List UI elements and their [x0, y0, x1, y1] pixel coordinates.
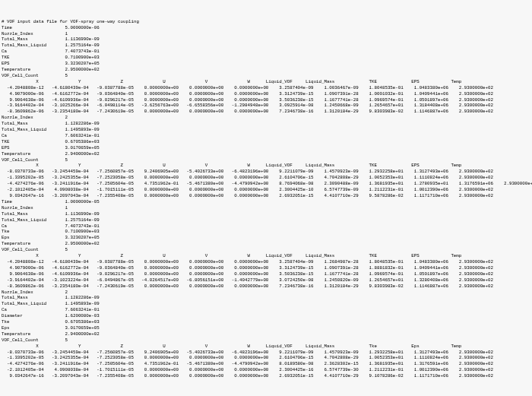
text-line: Ca 7.6063241e-01 — [2, 307, 530, 313]
text-line: -8.0370733e-06 -3.2454459e-04 -7.2560857… — [2, 350, 530, 356]
text-line: Total_Mass_Liquid 1.1495893e-09 — [2, 301, 530, 307]
text-line: X Y Z U V W Liquid_VOF Liquid_Mass TKE E… — [2, 163, 530, 169]
text-line: -1.3395202e-05 -3.2425355e-04 -7.2523058… — [2, 355, 530, 361]
text-line: -8.3609862e-06 -3.2354180e-04 -7.2430619… — [2, 284, 530, 290]
text-line: Total_Mass_Liquid 1.1495893e-09 — [2, 127, 530, 133]
text-line: Total_Mass_Liquid 1.2575164e-09 — [2, 43, 530, 49]
text-line: Tke 0.6705386e+03 — [2, 319, 530, 325]
text-line: -4.2048808e-12 -4.6180439e-04 -9.0387788… — [2, 259, 530, 265]
text-line: Ca 7.4073743e-01 — [2, 49, 530, 55]
text-line: -4.2048808e-12 -4.6180439e-04 -9.0387788… — [2, 85, 530, 91]
text-line: VOF_Cell_Count 5 — [2, 157, 530, 163]
text-line: EPS 3.0170659e+05 — [2, 145, 530, 151]
text-line: X Y Z U V W Liquid_VOF Liquid_Mass Tke E… — [2, 344, 530, 350]
text-line: X Y Z U V W Liquid_VOF Liquid_Mass TKE E… — [2, 253, 530, 259]
text-line: Temperature 2.9400000e+02 — [2, 331, 530, 337]
text-line: -1.3395202e-05 -3.2425355e-04 -7.2523058… — [2, 175, 530, 181]
text-line: Nozzle_Index 1 — [2, 31, 530, 37]
text-line: 4.9079000e-06 -4.6162772e-04 -9.0364840e… — [2, 91, 530, 97]
text-line: Total_Mass 1.1136990e-09 — [2, 211, 530, 217]
text-line: Time 1.0000000e-05 — [2, 199, 530, 205]
text-line: Tke 0.7100900e+03 — [2, 229, 530, 235]
text-line: -4.4274276e-06 -3.2411916e-04 -7.2505604… — [2, 181, 530, 187]
text-line: X Y Z U V W Liquid_VOF Liquid_Mass TKE E… — [2, 79, 530, 85]
text-line: # VOF input data file for VOF-spray one-… — [2, 19, 530, 25]
text-line: Total_Mass 1.1282286e-09 — [2, 295, 530, 301]
text-line: Nozzle_Index 2 — [2, 290, 530, 296]
text-line: -2.1012405e-04 4.0908038e-04 -1.7015111e… — [2, 187, 530, 193]
text-line: -2.1012405e-04 4.0908038e-04 -1.7015111e… — [2, 367, 530, 373]
text-line: Ca 7.4073743e-01 — [2, 223, 530, 230]
text-line: -8.3609862e-06 -3.2354180e-04 -7.2430619… — [2, 109, 530, 115]
text-line: 9.9064638e-06 -4.6109936e-04 -9.0296217e… — [2, 271, 530, 277]
text-file-content: # VOF input data file for VOF-spray one-… — [2, 19, 530, 379]
text-line: -4.4274276e-06 -3.2411916e-04 -7.2505604… — [2, 361, 530, 367]
text-line: Nozzle_Index 1 — [2, 205, 530, 211]
text-line: TKE 0.7100900e+03 — [2, 55, 530, 61]
text-line: Temperature 2.9500000e+02 — [2, 67, 530, 73]
text-line: Nozzle_Index 2 — [2, 115, 530, 121]
text-line: Total_Mass 1.1136990e-09 — [2, 36, 530, 43]
text-line: Diameter 1.6200080e-03 — [2, 313, 530, 319]
text-line: VOF_Cell_Count 5 — [2, 247, 530, 253]
text-line: 9.9064638e-06 -4.6109936e-04 -9.0296217e… — [2, 97, 530, 103]
text-line: TKE 0.6705386e+03 — [2, 139, 530, 145]
text-line: -3.9164402e-04 -3.1023224e-04 -6.0494867… — [2, 277, 530, 284]
text-line: -8.0370733e-06 -3.2454459e-04 -7.2560857… — [2, 169, 530, 175]
text-line: Eps 3.0170659e+05 — [2, 325, 530, 331]
text-line: 9.0342647e-16 -3.2097043e-04 -7.2355408e… — [2, 373, 530, 379]
text-line: VOF_Cell_Count 5 — [2, 337, 530, 344]
text-line: Eps 3.3230207e+05 — [2, 235, 530, 241]
text-line: Time 5.0000000e-06 — [2, 25, 530, 31]
text-line: 9.0342647e-16 -3.2097043e-04 -7.2355408e… — [2, 193, 530, 199]
text-line: VOF_Cell_Count 5 — [2, 73, 530, 79]
text-line: Total_Mass 1.1282286e-09 — [2, 121, 530, 127]
text-line: EPS 3.3230207e+05 — [2, 61, 530, 67]
text-line: Ca 7.6063241e-01 — [2, 133, 530, 139]
text-line: Total_Mass_Liquid 1.2575164e-09 — [2, 217, 530, 223]
text-line: Temperature 2.9400000e+02 — [2, 151, 530, 157]
text-line: Temperature 2.9500000e+02 — [2, 241, 530, 247]
text-line: 4.9079000e-06 -4.6162772e-04 -9.0364840e… — [2, 265, 530, 271]
text-line: -3.9164402e-04 -3.1025266e-04 -6.0498114… — [2, 103, 530, 109]
